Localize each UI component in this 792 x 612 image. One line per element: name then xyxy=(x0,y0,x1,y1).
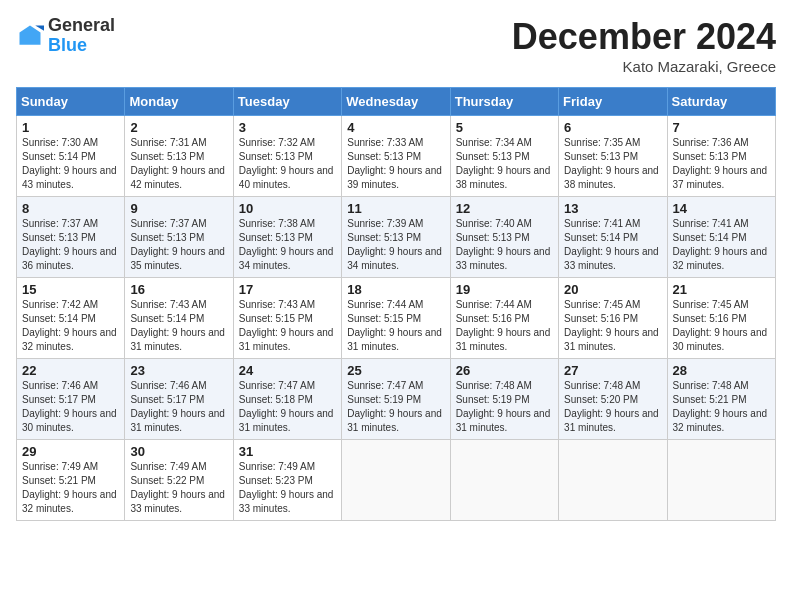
page-header: General Blue December 2024 Kato Mazaraki… xyxy=(16,16,776,75)
day-info: Sunrise: 7:48 AMSunset: 5:20 PMDaylight:… xyxy=(564,380,659,433)
calendar-cell: 4Sunrise: 7:33 AMSunset: 5:13 PMDaylight… xyxy=(342,116,450,197)
day-number: 3 xyxy=(239,120,336,135)
calendar-cell: 21Sunrise: 7:45 AMSunset: 5:16 PMDayligh… xyxy=(667,278,775,359)
day-info: Sunrise: 7:49 AMSunset: 5:22 PMDaylight:… xyxy=(130,461,225,514)
day-number: 6 xyxy=(564,120,661,135)
month-title: December 2024 xyxy=(512,16,776,58)
day-number: 7 xyxy=(673,120,770,135)
day-info: Sunrise: 7:48 AMSunset: 5:21 PMDaylight:… xyxy=(673,380,768,433)
day-number: 15 xyxy=(22,282,119,297)
calendar-week-row: 1Sunrise: 7:30 AMSunset: 5:14 PMDaylight… xyxy=(17,116,776,197)
logo-icon xyxy=(16,22,44,50)
day-info: Sunrise: 7:47 AMSunset: 5:19 PMDaylight:… xyxy=(347,380,442,433)
day-number: 18 xyxy=(347,282,444,297)
day-info: Sunrise: 7:45 AMSunset: 5:16 PMDaylight:… xyxy=(673,299,768,352)
day-number: 12 xyxy=(456,201,553,216)
day-number: 29 xyxy=(22,444,119,459)
calendar-cell: 13Sunrise: 7:41 AMSunset: 5:14 PMDayligh… xyxy=(559,197,667,278)
day-number: 25 xyxy=(347,363,444,378)
day-info: Sunrise: 7:37 AMSunset: 5:13 PMDaylight:… xyxy=(130,218,225,271)
day-info: Sunrise: 7:39 AMSunset: 5:13 PMDaylight:… xyxy=(347,218,442,271)
day-info: Sunrise: 7:31 AMSunset: 5:13 PMDaylight:… xyxy=(130,137,225,190)
day-info: Sunrise: 7:44 AMSunset: 5:16 PMDaylight:… xyxy=(456,299,551,352)
calendar-week-row: 22Sunrise: 7:46 AMSunset: 5:17 PMDayligh… xyxy=(17,359,776,440)
calendar-week-row: 8Sunrise: 7:37 AMSunset: 5:13 PMDaylight… xyxy=(17,197,776,278)
day-info: Sunrise: 7:32 AMSunset: 5:13 PMDaylight:… xyxy=(239,137,334,190)
day-number: 24 xyxy=(239,363,336,378)
calendar-cell: 5Sunrise: 7:34 AMSunset: 5:13 PMDaylight… xyxy=(450,116,558,197)
calendar-table: SundayMondayTuesdayWednesdayThursdayFrid… xyxy=(16,87,776,521)
day-info: Sunrise: 7:42 AMSunset: 5:14 PMDaylight:… xyxy=(22,299,117,352)
day-info: Sunrise: 7:35 AMSunset: 5:13 PMDaylight:… xyxy=(564,137,659,190)
day-number: 13 xyxy=(564,201,661,216)
calendar-cell: 8Sunrise: 7:37 AMSunset: 5:13 PMDaylight… xyxy=(17,197,125,278)
day-number: 20 xyxy=(564,282,661,297)
calendar-cell: 29Sunrise: 7:49 AMSunset: 5:21 PMDayligh… xyxy=(17,440,125,521)
logo-text: General Blue xyxy=(48,16,115,56)
day-number: 22 xyxy=(22,363,119,378)
calendar-cell: 24Sunrise: 7:47 AMSunset: 5:18 PMDayligh… xyxy=(233,359,341,440)
day-info: Sunrise: 7:38 AMSunset: 5:13 PMDaylight:… xyxy=(239,218,334,271)
calendar-cell: 25Sunrise: 7:47 AMSunset: 5:19 PMDayligh… xyxy=(342,359,450,440)
logo: General Blue xyxy=(16,16,115,56)
calendar-cell: 31Sunrise: 7:49 AMSunset: 5:23 PMDayligh… xyxy=(233,440,341,521)
day-number: 1 xyxy=(22,120,119,135)
calendar-cell: 15Sunrise: 7:42 AMSunset: 5:14 PMDayligh… xyxy=(17,278,125,359)
calendar-cell: 28Sunrise: 7:48 AMSunset: 5:21 PMDayligh… xyxy=(667,359,775,440)
calendar-cell: 19Sunrise: 7:44 AMSunset: 5:16 PMDayligh… xyxy=(450,278,558,359)
calendar-cell: 3Sunrise: 7:32 AMSunset: 5:13 PMDaylight… xyxy=(233,116,341,197)
logo-blue: Blue xyxy=(48,35,87,55)
calendar-cell: 10Sunrise: 7:38 AMSunset: 5:13 PMDayligh… xyxy=(233,197,341,278)
day-number: 11 xyxy=(347,201,444,216)
calendar-cell xyxy=(667,440,775,521)
logo-general: General xyxy=(48,15,115,35)
calendar-cell: 16Sunrise: 7:43 AMSunset: 5:14 PMDayligh… xyxy=(125,278,233,359)
day-number: 5 xyxy=(456,120,553,135)
day-info: Sunrise: 7:41 AMSunset: 5:14 PMDaylight:… xyxy=(673,218,768,271)
day-number: 27 xyxy=(564,363,661,378)
day-number: 30 xyxy=(130,444,227,459)
calendar-cell xyxy=(450,440,558,521)
calendar-cell: 22Sunrise: 7:46 AMSunset: 5:17 PMDayligh… xyxy=(17,359,125,440)
day-number: 28 xyxy=(673,363,770,378)
day-number: 19 xyxy=(456,282,553,297)
calendar-week-row: 15Sunrise: 7:42 AMSunset: 5:14 PMDayligh… xyxy=(17,278,776,359)
calendar-cell xyxy=(559,440,667,521)
day-info: Sunrise: 7:33 AMSunset: 5:13 PMDaylight:… xyxy=(347,137,442,190)
calendar-header-sunday: Sunday xyxy=(17,88,125,116)
calendar-cell: 23Sunrise: 7:46 AMSunset: 5:17 PMDayligh… xyxy=(125,359,233,440)
day-info: Sunrise: 7:43 AMSunset: 5:15 PMDaylight:… xyxy=(239,299,334,352)
day-number: 17 xyxy=(239,282,336,297)
day-info: Sunrise: 7:49 AMSunset: 5:21 PMDaylight:… xyxy=(22,461,117,514)
calendar-cell: 11Sunrise: 7:39 AMSunset: 5:13 PMDayligh… xyxy=(342,197,450,278)
calendar-cell: 14Sunrise: 7:41 AMSunset: 5:14 PMDayligh… xyxy=(667,197,775,278)
calendar-cell: 17Sunrise: 7:43 AMSunset: 5:15 PMDayligh… xyxy=(233,278,341,359)
title-section: December 2024 Kato Mazaraki, Greece xyxy=(512,16,776,75)
day-info: Sunrise: 7:46 AMSunset: 5:17 PMDaylight:… xyxy=(130,380,225,433)
calendar-cell: 6Sunrise: 7:35 AMSunset: 5:13 PMDaylight… xyxy=(559,116,667,197)
calendar-header-row: SundayMondayTuesdayWednesdayThursdayFrid… xyxy=(17,88,776,116)
calendar-header-saturday: Saturday xyxy=(667,88,775,116)
calendar-cell: 27Sunrise: 7:48 AMSunset: 5:20 PMDayligh… xyxy=(559,359,667,440)
day-number: 10 xyxy=(239,201,336,216)
day-info: Sunrise: 7:44 AMSunset: 5:15 PMDaylight:… xyxy=(347,299,442,352)
calendar-cell: 9Sunrise: 7:37 AMSunset: 5:13 PMDaylight… xyxy=(125,197,233,278)
calendar-header-tuesday: Tuesday xyxy=(233,88,341,116)
day-info: Sunrise: 7:47 AMSunset: 5:18 PMDaylight:… xyxy=(239,380,334,433)
day-info: Sunrise: 7:49 AMSunset: 5:23 PMDaylight:… xyxy=(239,461,334,514)
calendar-cell: 26Sunrise: 7:48 AMSunset: 5:19 PMDayligh… xyxy=(450,359,558,440)
calendar-cell: 7Sunrise: 7:36 AMSunset: 5:13 PMDaylight… xyxy=(667,116,775,197)
day-info: Sunrise: 7:43 AMSunset: 5:14 PMDaylight:… xyxy=(130,299,225,352)
day-number: 4 xyxy=(347,120,444,135)
day-number: 26 xyxy=(456,363,553,378)
day-number: 14 xyxy=(673,201,770,216)
day-number: 16 xyxy=(130,282,227,297)
calendar-cell: 18Sunrise: 7:44 AMSunset: 5:15 PMDayligh… xyxy=(342,278,450,359)
calendar-cell: 1Sunrise: 7:30 AMSunset: 5:14 PMDaylight… xyxy=(17,116,125,197)
day-number: 31 xyxy=(239,444,336,459)
day-info: Sunrise: 7:37 AMSunset: 5:13 PMDaylight:… xyxy=(22,218,117,271)
day-info: Sunrise: 7:30 AMSunset: 5:14 PMDaylight:… xyxy=(22,137,117,190)
day-number: 2 xyxy=(130,120,227,135)
calendar-week-row: 29Sunrise: 7:49 AMSunset: 5:21 PMDayligh… xyxy=(17,440,776,521)
location: Kato Mazaraki, Greece xyxy=(512,58,776,75)
